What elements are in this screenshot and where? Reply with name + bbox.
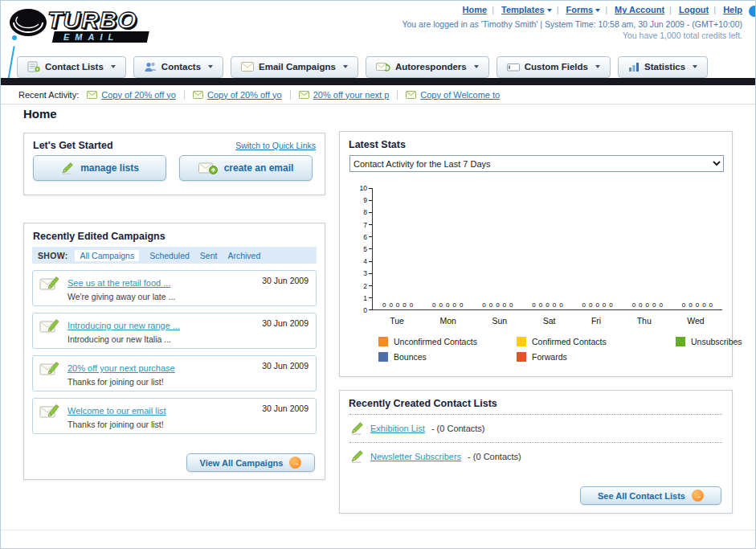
envelope-pencil-icon — [39, 360, 60, 376]
y-tick-label: 7 — [363, 222, 372, 228]
top-link-home[interactable]: Home — [463, 5, 488, 14]
campaign-date: 30 Jun 2009 — [262, 404, 309, 413]
contact-list-link[interactable]: Newsletter Subscribers — [370, 452, 461, 461]
top-link-my-account[interactable]: My Account — [615, 5, 664, 14]
switch-quick-links-link[interactable]: Switch to Quick Links — [235, 141, 316, 150]
chevron-down-icon — [343, 65, 348, 68]
chart-value-label: 0 — [482, 301, 485, 309]
view-all-campaigns-label: View All Campaigns — [200, 458, 284, 468]
manage-lists-button[interactable]: manage lists — [33, 155, 166, 181]
chart-value-label: 0 — [509, 301, 513, 309]
top-link-logout[interactable]: Logout — [679, 5, 709, 14]
top-link-templates[interactable]: Templates — [501, 5, 552, 14]
chart-value-label: 0 — [532, 301, 535, 309]
chart-groups: 00000000000000000000000000000000000 — [373, 301, 722, 309]
recent-activity-link[interactable]: Copy of 20% off yo — [207, 90, 282, 100]
recent-activity-link[interactable]: 20% off your next p — [313, 90, 390, 100]
logo-graphic: TURBO TURBO EMAIL — [7, 4, 223, 49]
envelope-pencil-icon — [39, 318, 60, 334]
legend-swatch-unconfirmed — [378, 337, 388, 346]
x-axis-label: Thu — [637, 316, 652, 326]
campaign-title-link[interactable]: Introducing our new range ... — [67, 321, 180, 330]
filter-archived[interactable]: Archived — [227, 251, 260, 260]
contact-list-link[interactable]: Exhibition List — [370, 424, 425, 433]
chart-value-label: 0 — [702, 301, 705, 309]
separator — [664, 5, 676, 14]
campaign-subtitle: Thanks for joining our list! — [67, 377, 175, 387]
nav-tab-label: Email Campaigns — [259, 62, 336, 72]
envelope-icon — [193, 91, 203, 99]
nav-tab-autoresponders[interactable]: Autoresponders — [366, 56, 489, 78]
filter-all-campaigns[interactable]: All Campaigns — [75, 250, 139, 261]
chart-value-group: 00000 — [432, 301, 463, 309]
footer-divider — [1, 530, 755, 531]
chart-y-axis: 109876543210 — [349, 185, 372, 313]
x-axis-label: Sat — [543, 316, 556, 326]
latest-stats-title: Latest Stats — [349, 139, 723, 150]
chart-value-label: 0 — [689, 301, 692, 309]
see-all-contact-lists-label: See All Contact Lists — [598, 491, 685, 501]
chart-value-group: 00000 — [382, 301, 413, 309]
chart-plot-area: 00000000000000000000000000000000000 — [372, 188, 722, 310]
campaign-filter-bar: SHOW: All Campaigns Scheduled Sent Archi… — [32, 247, 317, 264]
nav-tab-contacts[interactable]: Contacts — [133, 56, 223, 78]
campaign-date: 30 Jun 2009 — [262, 361, 309, 371]
dotted-divider — [349, 414, 722, 415]
nav-tab-contact-lists[interactable]: Contact Lists — [17, 56, 126, 78]
chart-value-label: 0 — [582, 301, 586, 309]
chart-value-label: 0 — [652, 301, 656, 309]
campaign-title-link[interactable]: 20% off your next purchase — [67, 363, 175, 373]
y-tick-label: 10 — [360, 185, 372, 191]
custom-fields-icon — [507, 62, 520, 72]
chart-value-label: 0 — [609, 301, 612, 309]
login-status-text: You are logged in as 'Timothy Smith' | S… — [402, 19, 742, 29]
chart-value-label: 0 — [559, 301, 562, 309]
latest-stats-panel: Latest Stats Contact Activity for the La… — [339, 131, 733, 377]
top-link-help[interactable]: Help — [723, 5, 742, 14]
y-tick-label: 9 — [363, 197, 372, 203]
nav-tab-email-campaigns[interactable]: Email Campaigns — [231, 56, 358, 78]
chart-value-group: 00000 — [632, 301, 663, 309]
chevron-down-icon — [693, 65, 697, 68]
corner-badge — [749, 6, 756, 17]
view-all-campaigns-button[interactable]: View All Campaigns — [186, 453, 315, 472]
chart-value-group: 00000 — [482, 301, 513, 309]
legend-entry: Unsubscribes — [676, 337, 742, 346]
page-title: Home — [23, 107, 57, 121]
chart-value-label: 0 — [432, 301, 435, 309]
pencil-icon — [349, 449, 364, 464]
chart-value-label: 0 — [410, 301, 413, 309]
arrow-right-icon — [692, 490, 704, 502]
see-all-contact-lists-button[interactable]: See All Contact Lists — [580, 486, 721, 505]
arrow-right-icon — [289, 457, 301, 469]
recent-activity-link[interactable]: Copy of Welcome to — [420, 90, 500, 100]
legend-label: Bounces — [394, 352, 427, 362]
statistics-icon — [628, 62, 640, 72]
envelope-icon — [406, 91, 416, 99]
chart-value-label: 0 — [646, 301, 649, 309]
legend-entry: Forwards — [517, 352, 676, 362]
nav-tab-label: Contact Lists — [45, 62, 104, 72]
recent-activity-item: Copy of Welcome to — [406, 90, 508, 100]
get-started-panel: Let's Get Started Switch to Quick Links … — [23, 133, 325, 195]
main-nav: Contact Lists Contacts Email Campaigns — [17, 56, 708, 78]
filter-sent[interactable]: Sent — [200, 251, 218, 260]
nav-divider-bar — [1, 78, 755, 85]
turbo-email-logo: TURBO TURBO EMAIL — [7, 4, 224, 49]
recent-activity-link[interactable]: Copy of 20% off yo — [101, 90, 176, 100]
nav-tab-statistics[interactable]: Statistics — [618, 56, 708, 78]
filter-scheduled[interactable]: Scheduled — [149, 251, 190, 260]
campaign-subtitle: Thanks for joining our list! — [67, 420, 166, 429]
campaign-date: 30 Jun 2009 — [262, 318, 309, 328]
top-link-forms[interactable]: Forms — [566, 5, 601, 14]
logo-subtext: EMAIL — [63, 32, 119, 42]
nav-tab-custom-fields[interactable]: Custom Fields — [497, 56, 611, 78]
separator — [600, 5, 612, 14]
recent-campaigns-title: Recently Edited Campaigns — [33, 231, 316, 242]
chart-value-group: 00000 — [582, 301, 613, 309]
campaign-title-link[interactable]: See us at the retail food ... — [67, 278, 170, 288]
autoresponder-icon — [376, 62, 390, 72]
campaign-title-link[interactable]: Welcome to our email list — [67, 406, 166, 416]
create-email-button[interactable]: create an email — [179, 155, 313, 181]
stats-range-select[interactable]: Contact Activity for the Last 7 Days — [349, 155, 724, 172]
